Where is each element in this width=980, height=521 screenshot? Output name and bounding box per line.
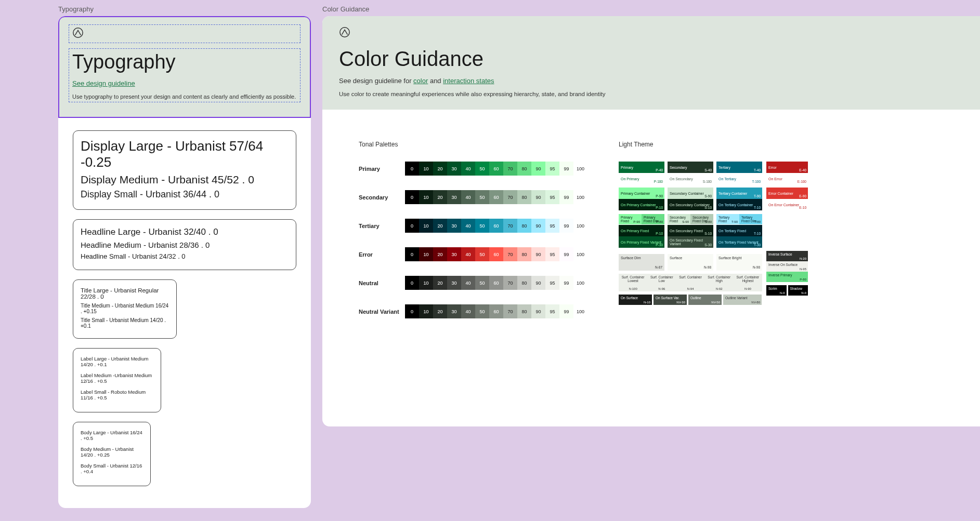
role-primary-fixed-dim: Primary Fixed DimP-80 [642,214,664,224]
typography-header[interactable]: Typography See design guideline Use typo… [58,16,311,118]
type-scale-line: Display Medium - Urbanist 45/52 . 0 [81,173,289,186]
section-label-typography: Typography [58,5,311,13]
light-theme-title: Light Theme [619,141,980,148]
type-scale-group: Label Large - Urbanist Medium 14/20 . +0… [73,348,161,412]
role-col-tertiary: TertiaryT-40On TertiaryT-100Tertiary Con… [716,162,762,251]
role-on-secondary: On SecondaryS-100 [668,173,713,184]
typography-specs: Display Large - Urbanist 57/64 -0.25Disp… [58,118,311,508]
surface-container: Surf. ContainerN-94 [676,274,704,291]
tone-swatch: 40 [461,304,475,318]
tone-swatch: 10 [419,276,433,290]
tone-swatch: 20 [433,276,447,290]
material-logo-icon [339,26,350,38]
tone-swatch: 100 [573,190,587,204]
tonal-row-primary: Primary01020304050607080909599100 [359,162,587,176]
role-primary: PrimaryP-40 [619,162,664,173]
role-primary-fixed: Primary FixedP-90 [619,214,642,224]
color-title: Color Guidance [339,47,963,71]
tonal-row-neutral-variant: Neutral Variant0102030405060708090959910… [359,304,587,318]
color-link-color[interactable]: color [413,77,428,85]
role-col-secondary: SecondaryS-40On SecondaryS-100Secondary … [668,162,713,251]
typography-guideline-link[interactable]: See design guideline [72,79,135,87]
color-subhead: See design guideline for color and inter… [339,77,963,85]
tone-swatch: 70 [503,276,517,290]
tone-swatch: 100 [573,247,587,261]
color-subhead-prefix: See design guideline for [339,77,413,85]
tone-swatch: 90 [531,162,545,176]
tone-swatch: 100 [573,304,587,318]
surface-container: Surf. Container HighN-92 [705,274,734,291]
tone-swatch: 0 [405,276,419,290]
svg-point-0 [73,28,83,37]
role-on-secondary-container: On Secondary ContainerS-10 [668,199,713,210]
tone-swatch: 10 [419,247,433,261]
role-inverse-on-surface: Inverse On SurfaceN-95 [766,261,808,272]
role-on-error-container: On Error ContainerE-10 [766,199,808,210]
tonal-label: Neutral [359,280,405,286]
tone-swatch: 99 [559,219,573,233]
role-tertiary-fixed: Tertiary FixedT-90 [716,214,739,224]
tone-swatch: 70 [503,304,517,318]
tone-swatch: 20 [433,304,447,318]
section-label-color: Color Guidance [322,5,980,13]
tone-swatch: 80 [517,247,531,261]
role-secondary: SecondaryS-40 [668,162,713,173]
tonal-palettes-title: Tonal Palettes [359,141,587,148]
tone-swatch: 95 [545,219,559,233]
tone-swatch: 90 [531,190,545,204]
typography-title: Typography [72,51,297,73]
typography-card: Typography See design guideline Use typo… [58,16,311,508]
tone-swatch: 99 [559,304,573,318]
color-description: Use color to create meaningful experienc… [339,91,963,97]
tone-swatch: 50 [475,219,489,233]
tone-swatch: 20 [433,190,447,204]
role-on-secondary-fixed-variant: On Secondary Fixed VariantS-30 [668,236,713,248]
tone-swatch: 80 [517,219,531,233]
role-on-tertiary-container: On Tertiary ContainerT-10 [716,199,762,210]
tone-swatch: 95 [545,304,559,318]
tonal-strip: 01020304050607080909599100 [405,190,587,204]
tonal-strip: 01020304050607080909599100 [405,247,587,261]
tone-swatch: 60 [489,276,503,290]
tone-swatch: 20 [433,219,447,233]
type-scale-group: Display Large - Urbanist 57/64 -0.25Disp… [73,130,296,210]
role-secondary-container: Secondary ContainerS-90 [668,188,713,199]
type-scale-line: Body Large - Urbanist 16/24 . +0.5 [81,430,143,441]
role-tertiary-fixed-dim: Tertiary Fixed DimT-80 [739,214,762,224]
tone-swatch: 80 [517,276,531,290]
role-inverse-primary: Inverse PrimaryP-80 [766,272,808,282]
tone-swatch: 40 [461,276,475,290]
tone-swatch: 90 [531,247,545,261]
type-scale-line: Label Small - Roboto Medium 11/16 . +0.5 [81,389,153,400]
tone-swatch: 99 [559,276,573,290]
tone-swatch: 30 [447,247,461,261]
color-link-states[interactable]: interaction states [443,77,494,85]
tonal-row-neutral: Neutral01020304050607080909599100 [359,276,587,290]
tone-swatch: 90 [531,304,545,318]
tone-swatch: 10 [419,304,433,318]
tone-swatch: 90 [531,219,545,233]
typography-description: Use typography to present your design an… [72,93,297,100]
tone-swatch: 40 [461,219,475,233]
tone-swatch: 95 [545,162,559,176]
tone-swatch: 60 [489,219,503,233]
tone-swatch: 0 [405,219,419,233]
tone-swatch: 40 [461,190,475,204]
surface-surface-dim: Surface DimN-87 [619,254,664,271]
type-scale-line: Display Small - Urbanist 36/44 . 0 [81,189,289,200]
role-shadow: ShadowN-0 [788,285,808,296]
tone-swatch: 0 [405,162,419,176]
type-scale-line: Display Large - Urbanist 57/64 -0.25 [81,138,289,170]
tonal-label: Neutral Variant [359,309,405,315]
role-on-surface: On SurfaceN-10 [619,295,652,305]
tone-swatch: 95 [545,276,559,290]
logo-box [69,24,300,43]
type-scale-line: Headline Large - Urbanist 32/40 . 0 [81,227,289,237]
tonal-row-secondary: Secondary01020304050607080909599100 [359,190,587,204]
tone-swatch: 10 [419,162,433,176]
role-on-primary-fixed: On Primary FixedP-10 [619,225,664,236]
role-on-surface-var-: On Surface Var.NV-30 [654,295,687,305]
tone-swatch: 30 [447,190,461,204]
typography-title-box: Typography See design guideline Use typo… [69,48,300,102]
tone-swatch: 80 [517,190,531,204]
